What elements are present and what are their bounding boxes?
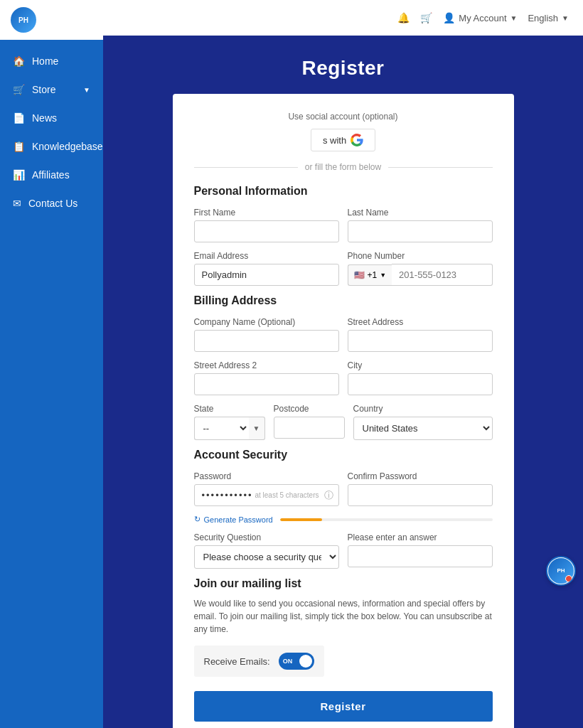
chevron-down-icon: ▼ (562, 14, 569, 22)
logo[interactable]: PH (0, 0, 103, 40)
first-name-group: First Name (194, 208, 339, 242)
float-widget-dot (565, 575, 572, 582)
street-input[interactable] (348, 330, 493, 352)
confirm-password-input[interactable] (348, 484, 493, 506)
sidebar-item-contact[interactable]: ✉ Contact Us (0, 189, 103, 218)
generate-row: ↻ Generate Password (194, 515, 493, 524)
email-input[interactable] (194, 264, 339, 286)
sidebar-item-home[interactable]: 🏠 Home (0, 47, 103, 75)
state-arrow-icon: ▼ (249, 417, 265, 440)
billing-address-title: Billing Address (194, 294, 493, 307)
language-label: English (528, 13, 558, 23)
contact-row: Email Address Phone Number 🇺🇸 +1 ▼ (194, 251, 493, 286)
security-answer-group: Please enter an answer (348, 532, 493, 569)
toggle-knob (299, 655, 312, 668)
security-answer-label: Please enter an answer (348, 532, 493, 542)
generate-password-button[interactable]: ↻ Generate Password (194, 515, 273, 524)
chevron-down-icon: ▼ (83, 86, 90, 94)
country-label: Country (353, 404, 493, 414)
bell-icon: 🔔 (397, 12, 410, 23)
first-name-input[interactable] (194, 220, 339, 242)
security-answer-input[interactable] (348, 545, 493, 567)
google-signin-button[interactable]: s with (311, 129, 375, 151)
phone-group: Phone Number 🇺🇸 +1 ▼ (348, 251, 493, 286)
help-icon[interactable]: ⓘ (324, 489, 333, 502)
state-label: State (194, 404, 265, 414)
email-label: Email Address (194, 251, 339, 261)
kb-icon: 📋 (13, 141, 25, 152)
divider-line-left (194, 167, 298, 168)
sidebar-item-store[interactable]: 🛒 Store ▼ (0, 75, 103, 104)
phone-flag-selector[interactable]: 🇺🇸 +1 ▼ (348, 264, 392, 286)
divider-text: or fill the form below (305, 162, 381, 172)
sidebar-item-label: Knowledgebase (32, 141, 103, 152)
divider-line-right (388, 167, 492, 168)
float-widget-button[interactable]: PH (546, 556, 576, 586)
affiliates-icon: 📊 (13, 169, 25, 181)
country-group: Country United States (353, 404, 493, 440)
cart-icon: 🛒 (420, 12, 432, 23)
state-group: State -- ▼ (194, 404, 265, 440)
password-label: Password (194, 471, 339, 481)
toggle-on-text: ON (283, 658, 293, 665)
notifications-button[interactable]: 🔔 (397, 12, 410, 23)
social-section: Use social account (optional) s with (194, 112, 493, 151)
postcode-label: Postcode (274, 404, 345, 414)
street2-group: Street Address 2 (194, 360, 339, 395)
city-input[interactable] (348, 373, 493, 395)
company-group: Company Name (Optional) (194, 317, 339, 352)
postcode-group: Postcode (274, 404, 345, 440)
country-select[interactable]: United States (353, 417, 493, 440)
sidebar-item-label: Home (32, 55, 58, 67)
name-row: First Name Last Name (194, 208, 493, 242)
email-toggle[interactable]: ON (279, 653, 314, 670)
personal-info-title: Personal Information (194, 185, 493, 198)
city-label: City (348, 360, 493, 370)
register-form-card: Use social account (optional) s with or … (173, 94, 514, 728)
sidebar: PH 🏠 Home 🛒 Store ▼ 📄 News 📋 Knowledgeba… (0, 0, 103, 728)
state-select-wrapper: -- ▼ (194, 417, 265, 440)
security-question-group: Security Question Please choose a securi… (194, 532, 339, 569)
sidebar-item-label: Affiliates (32, 169, 70, 181)
receive-emails-label: Receive Emails: (204, 656, 270, 667)
state-select[interactable]: -- (194, 417, 249, 440)
chevron-down-icon: ▼ (510, 14, 518, 22)
my-account-label: My Account (459, 13, 506, 23)
confirm-password-label: Confirm Password (348, 471, 493, 481)
register-button[interactable]: Register (194, 691, 493, 722)
google-icon (351, 134, 363, 146)
last-name-group: Last Name (348, 208, 493, 242)
phone-input[interactable] (392, 264, 492, 286)
topbar: 🔔 🛒 👤 My Account ▼ English ▼ (103, 0, 583, 36)
password-wrapper: at least 5 characters ⓘ (194, 484, 339, 506)
my-account-button[interactable]: 👤 My Account ▼ (443, 12, 517, 23)
mailing-description: We would like to send you occasional new… (194, 597, 493, 636)
security-question-label: Security Question (194, 532, 339, 542)
street2-input[interactable] (194, 373, 339, 395)
security-question-select[interactable]: Please choose a security question (194, 545, 339, 569)
password-group: Password at least 5 characters ⓘ (194, 471, 339, 506)
first-name-label: First Name (194, 208, 339, 218)
cart-button[interactable]: 🛒 (420, 12, 432, 23)
password-hint: at least 5 characters (255, 491, 319, 499)
social-label: Use social account (optional) (194, 112, 493, 122)
contact-icon: ✉ (13, 198, 21, 209)
password-strength-bar (280, 518, 493, 521)
street2-city-row: Street Address 2 City (194, 360, 493, 395)
google-partial-text: s with (323, 135, 346, 146)
refresh-icon: ↻ (194, 515, 200, 524)
company-label: Company Name (Optional) (194, 317, 339, 327)
confirm-password-group: Confirm Password (348, 471, 493, 506)
last-name-label: Last Name (348, 208, 493, 218)
sidebar-item-news[interactable]: 📄 News (0, 104, 103, 132)
sidebar-item-affiliates[interactable]: 📊 Affiliates (0, 161, 103, 189)
last-name-input[interactable] (348, 220, 493, 242)
main-content: 🔔 🛒 👤 My Account ▼ English ▼ Register Us… (103, 0, 583, 728)
sidebar-item-knowledgebase[interactable]: 📋 Knowledgebase (0, 132, 103, 161)
flag-icon: 🇺🇸 (354, 270, 365, 280)
language-selector[interactable]: English ▼ (528, 13, 569, 23)
store-icon: 🛒 (13, 84, 25, 95)
company-input[interactable] (194, 330, 339, 352)
postcode-input[interactable] (274, 417, 345, 439)
page-area: Register Use social account (optional) s… (103, 36, 583, 728)
